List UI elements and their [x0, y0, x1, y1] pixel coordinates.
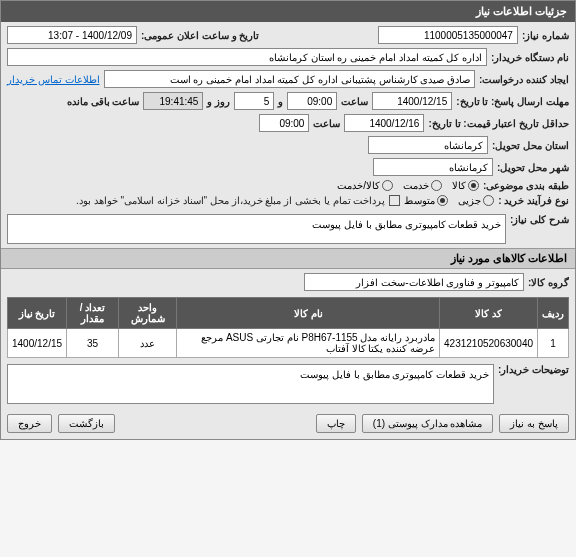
desc-label: شرح کلی نیاز: — [510, 214, 569, 225]
city-value: کرمانشاه — [373, 158, 493, 176]
deadline-label: مهلت ارسال پاسخ: تا تاریخ: — [456, 96, 569, 107]
buyer-notes-label: توضیحات خریدار: — [498, 364, 569, 375]
cell-qty: 35 — [67, 329, 119, 358]
validity-label: حداقل تاریخ اعتبار قیمت: تا تاریخ: — [428, 118, 569, 129]
creator-value: صادق صیدی کارشناس پشتیبانی اداره کل کمیت… — [104, 70, 476, 88]
buyer-value: اداره کل کمیته امداد امام خمینی ره استان… — [7, 48, 487, 66]
buyer-label: نام دستگاه خریدار: — [491, 52, 569, 63]
th-row: ردیف — [538, 298, 569, 329]
table-row[interactable]: 1 4231210520630040 مادربرد رایانه مدل P8… — [8, 329, 569, 358]
button-bar: پاسخ به نیاز مشاهده مدارک پیوستی (1) چاپ… — [1, 408, 575, 439]
back-button[interactable]: بازگشت — [58, 414, 115, 433]
print-button[interactable]: چاپ — [316, 414, 356, 433]
radio-icon — [468, 180, 479, 191]
time-label-2: ساعت — [313, 118, 340, 129]
goods-group-value: کامپیوتر و فناوری اطلاعات-سخت افزار — [304, 273, 524, 291]
process-radio-group: جزیی متوسط — [404, 195, 494, 206]
goods-table: ردیف کد کالا نام کالا واحد شمارش تعداد /… — [7, 297, 569, 358]
province-value: کرمانشاه — [368, 136, 488, 154]
radio-icon — [483, 195, 494, 206]
radio-icon — [382, 180, 393, 191]
days-value: 5 — [234, 92, 274, 110]
goods-group-label: گروه کالا: — [528, 277, 569, 288]
cell-code: 4231210520630040 — [440, 329, 538, 358]
radio-kala-khadamat[interactable]: کالا/خدمت — [337, 180, 393, 191]
and-label: و — [278, 96, 283, 107]
payment-checkbox[interactable] — [389, 195, 400, 206]
city-label: شهر محل تحویل: — [497, 162, 569, 173]
subject-group-label: طبقه بندی موضوعی: — [483, 180, 569, 191]
cell-date: 1400/12/15 — [8, 329, 67, 358]
desc-value: خرید قطعات کامپیوتری مطابق با فایل پیوست — [7, 214, 506, 244]
creator-label: ایجاد کننده درخواست: — [479, 74, 569, 85]
attachments-button[interactable]: مشاهده مدارک پیوستی (1) — [362, 414, 494, 433]
validity-date: 1400/12/16 — [344, 114, 424, 132]
deadline-date: 1400/12/15 — [372, 92, 452, 110]
buyer-notes-value: خرید قطعات کامپیوتری مطابق با فایل پیوست — [7, 364, 494, 404]
days-label: روز و — [207, 96, 230, 107]
need-details-panel: جزئیات اطلاعات نیاز شماره نیاز: 11000051… — [0, 0, 576, 440]
process-label: نوع فرآیند خرید : — [498, 195, 569, 206]
th-name: نام کالا — [177, 298, 440, 329]
radio-motevasset[interactable]: متوسط — [404, 195, 448, 206]
remain-label: ساعت باقی مانده — [67, 96, 140, 107]
radio-icon — [437, 195, 448, 206]
th-code: کد کالا — [440, 298, 538, 329]
need-number-value: 1100005135000047 — [378, 26, 518, 44]
th-date: تاریخ نیاز — [8, 298, 67, 329]
th-qty: تعداد / مقدار — [67, 298, 119, 329]
radio-icon — [431, 180, 442, 191]
subject-radio-group: کالا خدمت کالا/خدمت — [337, 180, 479, 191]
reply-button[interactable]: پاسخ به نیاز — [499, 414, 569, 433]
contact-link[interactable]: اطلاعات تماس خریدار — [7, 74, 100, 85]
time-label-1: ساعت — [341, 96, 368, 107]
need-number-label: شماره نیاز: — [522, 30, 569, 41]
radio-kala[interactable]: کالا — [452, 180, 479, 191]
radio-khadamat[interactable]: خدمت — [403, 180, 442, 191]
province-label: استان محل تحویل: — [492, 140, 569, 151]
remain-time: 19:41:45 — [143, 92, 203, 110]
radio-jozi[interactable]: جزیی — [458, 195, 494, 206]
goods-section-title: اطلاعات کالاهای مورد نیاز — [1, 248, 575, 269]
deadline-time: 09:00 — [287, 92, 337, 110]
cell-name: مادربرد رایانه مدل P8H67-1155 نام تجارتی… — [177, 329, 440, 358]
cell-unit: عدد — [119, 329, 177, 358]
payment-note: پرداخت تمام یا بخشی از مبلغ خرید،از محل … — [76, 195, 385, 206]
cell-row: 1 — [538, 329, 569, 358]
th-unit: واحد شمارش — [119, 298, 177, 329]
exit-button[interactable]: خروج — [7, 414, 52, 433]
validity-time: 09:00 — [259, 114, 309, 132]
panel-title: جزئیات اطلاعات نیاز — [1, 1, 575, 22]
announce-value: 1400/12/09 - 13:07 — [7, 26, 137, 44]
announce-label: تاریخ و ساعت اعلان عمومی: — [141, 30, 259, 41]
